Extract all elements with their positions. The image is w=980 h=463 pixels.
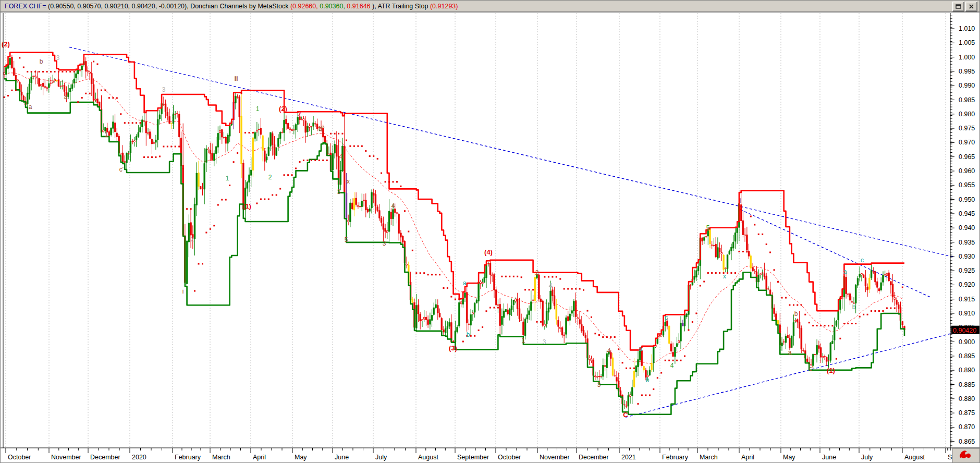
price-tick-label: 0.965 <box>959 153 975 161</box>
wave-label: 4 <box>64 94 68 101</box>
price-tick-label: 0.950 <box>959 196 975 203</box>
price-tick-label: 0.870 <box>959 423 975 431</box>
price-axis[interactable]: 1.0101.0051.0000.9950.9900.9850.9800.975… <box>950 16 975 446</box>
month-label: June <box>335 454 349 461</box>
price-tick-label: 0.880 <box>959 395 975 403</box>
wave-label: x <box>723 273 726 280</box>
wave-label: ii <box>234 75 238 82</box>
wave-label: b <box>467 331 470 338</box>
price-tick-label: 0.955 <box>959 181 975 189</box>
chart-frame <box>1 13 980 448</box>
wave-label: c <box>861 257 864 264</box>
wave-label: c <box>665 314 668 321</box>
wave-label: 4 <box>549 282 553 289</box>
price-tick-label: 1.000 <box>959 54 975 61</box>
month-label: March <box>212 454 230 461</box>
wave-label: b <box>40 58 43 65</box>
price-tick-label: 0.885 <box>959 381 975 388</box>
metastock-logo-icon <box>952 448 980 463</box>
atr-trailing-stop-dots <box>4 57 903 405</box>
restore-button[interactable] <box>952 2 964 11</box>
price-tick-label: 0.960 <box>959 167 975 175</box>
price-chart-canvas[interactable]: (2)ab341c'3i21ii(1)12(2)2d°4x3534(3)ab(4… <box>1 12 980 463</box>
month-label: April <box>253 454 266 461</box>
price-tick-label: 0.935 <box>959 239 975 246</box>
wave-label: 3 <box>383 240 386 247</box>
wave-label: 2 <box>535 269 539 276</box>
close-button[interactable] <box>965 2 977 11</box>
month-label: February <box>662 454 689 461</box>
candlesticks[interactable] <box>4 53 905 415</box>
month-label: 2021 <box>621 454 636 461</box>
month-label: August <box>418 454 438 461</box>
window-titlebar[interactable]: FOREX CHF= (0.90550, 0.90570, 0.90210, 0… <box>1 1 979 12</box>
wave-label: (2) <box>2 40 10 48</box>
wave-label: 4 <box>607 347 611 355</box>
price-tick-label: 1.005 <box>959 39 975 46</box>
price-tick-label: 0.970 <box>959 139 975 146</box>
title-segment: 0.91646 <box>347 3 372 10</box>
price-tick-label: 0.945 <box>959 210 975 217</box>
wave-label: a <box>843 268 847 275</box>
wave-label: a <box>639 345 642 352</box>
wave-label: 4 <box>391 202 395 210</box>
wave-label: (1) <box>243 202 251 210</box>
wave-label: c' <box>809 365 813 372</box>
month-label: 2020 <box>132 454 146 461</box>
wave-label: d° <box>318 125 325 132</box>
month-label: April <box>741 454 754 461</box>
metastock-chart-window: FOREX CHF= (0.90550, 0.90570, 0.90210, 0… <box>0 0 980 463</box>
wave-label: i <box>740 197 741 204</box>
wave-label: 1 <box>256 105 260 113</box>
wave-label: x <box>347 178 350 185</box>
wave-label: a <box>463 279 467 287</box>
wave-label: i <box>182 288 184 295</box>
price-tick-label: 0.980 <box>959 111 975 118</box>
svg-text:0.90420: 0.90420 <box>953 327 976 334</box>
wave-label: 5 <box>706 224 710 231</box>
month-label: December <box>90 454 120 461</box>
wave-label: 1 <box>105 131 108 138</box>
price-tick-label: 0.900 <box>959 338 975 346</box>
price-tick-label: 0.995 <box>959 68 975 75</box>
current-price-tag: 0.90420 <box>951 326 979 334</box>
month-label: September <box>457 454 489 461</box>
close-icon <box>969 4 974 9</box>
wave-label: C <box>623 411 628 419</box>
elliott-wave-labels: (2)ab341c'3i21ii(1)12(2)2d°4x3534(3)ab(4… <box>2 40 864 419</box>
price-tick-label: 0.895 <box>959 352 975 360</box>
price-tick-label: 0.985 <box>959 96 975 104</box>
wave-label: 4 <box>670 362 674 369</box>
price-tick-label: 0.990 <box>959 82 975 89</box>
title-segment: (0.91293) <box>430 3 458 10</box>
wave-label: 2 <box>191 236 194 243</box>
price-tick-label: 0.915 <box>959 296 975 303</box>
price-tick-label: 0.910 <box>959 310 975 317</box>
title-segment: FOREX CHF= <box>5 3 48 10</box>
price-tick-label: 0.930 <box>959 253 975 260</box>
month-label: May <box>783 454 795 461</box>
wave-label: a <box>29 103 32 111</box>
title-segment: (0.90550, 0.90570, 0.90210, 0.90420, -0.… <box>48 3 290 10</box>
wave-label: 2 <box>268 174 272 181</box>
wave-label: 1 <box>226 175 229 182</box>
wave-label: b <box>646 376 650 384</box>
wave-label: b <box>852 303 856 311</box>
wave-label: 3 <box>597 381 601 388</box>
wave-label: 3 <box>56 54 60 62</box>
price-tick-label: 0.920 <box>959 281 975 288</box>
price-tick-label: 0.925 <box>959 267 975 274</box>
restore-icon <box>956 4 961 9</box>
price-tick-label: 0.875 <box>959 409 975 417</box>
month-label: October <box>498 454 521 461</box>
wave-label: 1 <box>522 337 525 344</box>
donchian-channel-lines <box>4 53 904 415</box>
price-tick-label: 0.890 <box>959 367 975 374</box>
trendlines[interactable] <box>69 47 954 417</box>
month-label: June <box>822 454 836 461</box>
wave-label: 2 <box>298 111 301 118</box>
time-axis[interactable]: OctoberNovemberDecember2020FebruaryMarch… <box>6 448 959 461</box>
price-tick-label: 1.010 <box>959 25 975 32</box>
title-segment: 0.90360, <box>320 3 347 10</box>
month-gridlines <box>6 13 946 448</box>
